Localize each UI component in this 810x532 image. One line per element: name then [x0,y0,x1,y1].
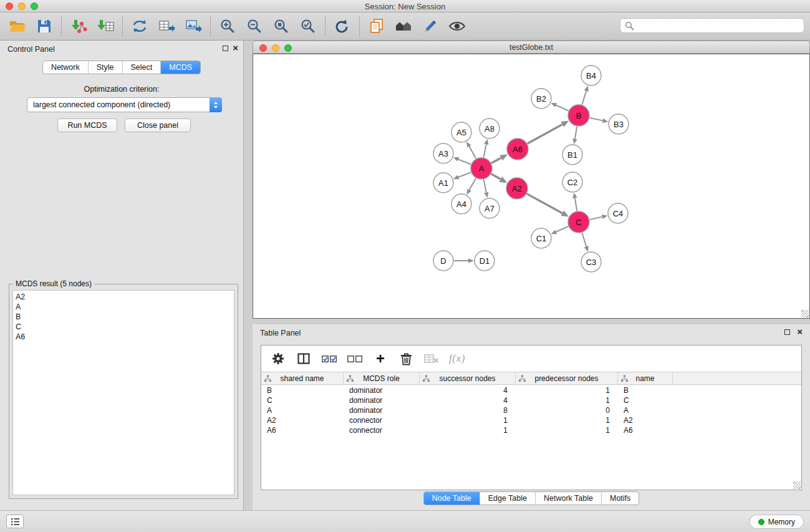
graph-edge-A-A3[interactable] [458,160,471,165]
column-header-mcds-role[interactable]: MCDS role [344,372,420,384]
search-field[interactable] [620,18,804,33]
table-cell[interactable]: 4 [420,385,516,395]
mcds-result-item[interactable]: A2 [13,292,234,302]
graph-node-A6[interactable]: A6 [507,138,528,160]
zoom-fit-button[interactable] [271,16,291,37]
table-cell[interactable]: dominator [344,395,420,405]
table-cell[interactable]: 0 [516,405,618,415]
table-cell[interactable]: 1 [516,395,618,405]
apply-layout-button[interactable] [332,16,352,37]
table-cell[interactable]: dominator [344,385,420,395]
table-cell[interactable]: C [618,395,673,405]
table-cell[interactable]: 8 [420,405,516,415]
tab-network-table[interactable]: Network Table [536,492,602,505]
search-input[interactable] [637,21,804,30]
table-cell[interactable]: 1 [516,425,618,435]
delete-column-button[interactable] [398,349,414,368]
graph-node-B4[interactable]: B4 [581,65,601,85]
graph-edge-A-A4[interactable] [470,178,476,190]
export-network-button[interactable] [130,16,150,37]
table-row-c[interactable]: Cdominator41C [261,395,801,405]
tab-motifs[interactable]: Motifs [602,492,639,505]
graph-edge-A-A5[interactable] [470,147,476,158]
graph-node-C4[interactable]: C4 [608,203,628,223]
close-panel-icon[interactable]: × [233,42,238,54]
table-cell[interactable]: B [618,385,673,395]
edit-style-button[interactable] [420,16,440,37]
graph-edge-A-A7[interactable] [484,180,486,193]
graph-edge-A2-C[interactable] [527,194,562,213]
graph-edge-B-B3[interactable] [590,118,603,121]
table-cell[interactable]: 1 [516,385,618,395]
table-cell[interactable]: A2 [261,415,344,425]
network-canvas[interactable]: B4B2BB3A5A8A6A3B1AA1C2A2A4A7C4CC1C3DD1 [253,54,810,319]
table-row-a6[interactable]: A6connector11A6 [261,425,801,435]
zoom-selected-button[interactable] [298,16,318,37]
mcds-result-item[interactable]: B [13,312,234,322]
tab-node-table[interactable]: Node Table [424,492,480,505]
graph-edge-C-C2[interactable] [575,198,577,211]
tab-mcds[interactable]: MCDS [161,61,200,74]
graph-edge-A-A1[interactable] [458,172,471,177]
graph-edge-A-A6[interactable] [491,158,501,163]
graph-edge-B-B1[interactable] [575,127,577,139]
open-session-button[interactable] [7,16,27,37]
table-cell[interactable]: C [261,395,344,405]
function-builder-button[interactable]: f(x) [449,349,465,368]
table-settings-button[interactable] [270,349,286,368]
task-history-button[interactable] [6,515,24,528]
show-details-button[interactable] [447,16,467,37]
column-header-shared-name[interactable]: shared name [261,372,344,384]
mcds-result-item[interactable]: A6 [13,332,234,342]
table-cell[interactable]: A6 [618,425,673,435]
graph-node-A8[interactable]: A8 [480,118,499,138]
table-cell[interactable]: 4 [420,395,516,405]
graph-node-B[interactable]: B [568,105,589,126]
network-window-titlebar[interactable]: testGlobe.txt [253,41,810,54]
network-home-button[interactable] [393,16,413,37]
zoom-out-button[interactable] [244,16,264,37]
graph-edge-C-C4[interactable] [590,217,602,220]
tab-edge-table[interactable]: Edge Table [480,492,536,505]
select-all-columns-button[interactable] [321,349,337,368]
column-header-successor-nodes[interactable]: successor nodes [420,372,516,384]
table-cell[interactable]: 1 [516,415,618,425]
graph-node-A4[interactable]: A4 [451,194,471,214]
show-columns-button[interactable] [296,349,312,368]
table-cell[interactable]: A6 [261,425,344,435]
deselect-all-columns-button[interactable] [347,349,363,368]
tab-style[interactable]: Style [89,61,123,74]
export-table-button[interactable] [157,16,176,37]
table-cell[interactable]: connector [344,415,420,425]
table-cell[interactable]: dominator [344,405,420,415]
table-cell[interactable]: connector [344,425,420,435]
run-mcds-button[interactable]: Run MCDS [57,118,117,132]
table-row-a[interactable]: Adominator80A [261,405,801,415]
column-header-name[interactable]: name [618,372,673,384]
graph-edge-B-B2[interactable] [556,105,569,111]
graph-node-C3[interactable]: C3 [581,252,601,272]
table-cell[interactable]: A [261,405,344,415]
graph-node-A3[interactable]: A3 [433,143,453,163]
memory-button[interactable]: Memory [750,515,804,529]
resize-handle[interactable] [801,310,809,317]
table-row-a2[interactable]: A2connector11A2 [261,415,801,425]
close-panel-button[interactable]: Close panel [125,118,191,132]
mcds-result-item[interactable]: A [13,302,234,312]
tab-select[interactable]: Select [123,61,162,74]
table-row-b[interactable]: Bdominator41B [261,385,801,395]
graph-node-B3[interactable]: B3 [609,114,629,134]
graph-node-B1[interactable]: B1 [562,145,582,165]
graph-node-D[interactable]: D [433,251,453,271]
graph-node-A5[interactable]: A5 [451,122,471,142]
mcds-result-item[interactable]: C [13,322,234,332]
create-column-button[interactable]: + [372,349,388,368]
graph-node-A2[interactable]: A2 [506,178,528,199]
graph-node-A[interactable]: A [471,158,492,179]
table-cell[interactable]: A [618,405,673,415]
graph-node-A7[interactable]: A7 [480,198,499,218]
close-table-panel-icon[interactable]: × [797,326,803,337]
save-session-button[interactable] [34,16,54,37]
float-table-panel-icon[interactable] [784,329,790,335]
delete-table-button[interactable] [423,349,440,368]
